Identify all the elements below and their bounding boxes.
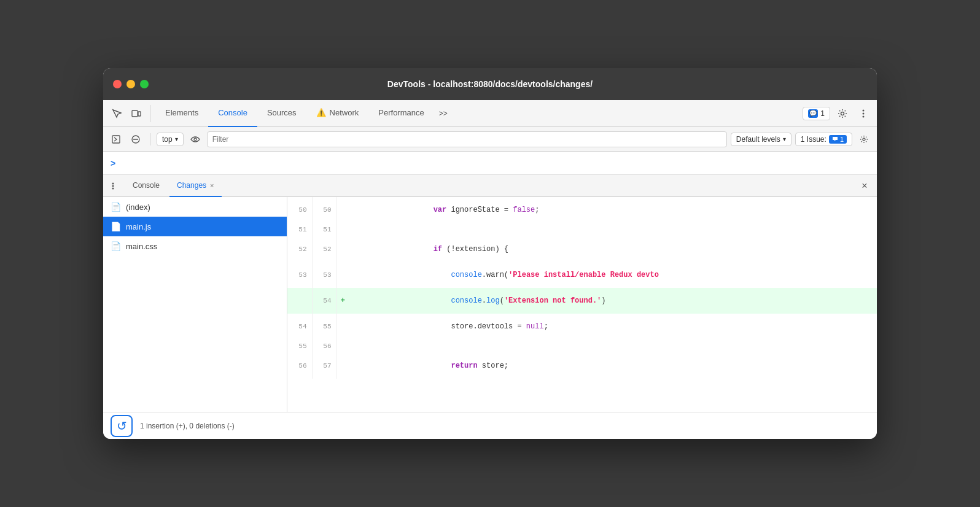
diff-code: var ignoreState = false;: [349, 197, 877, 223]
console-toolbar: top ▾ Default levels ▾ 1 Issue: 1: [103, 127, 877, 152]
drawer-tab-bar: Console Changes × ×: [103, 175, 877, 197]
eye-button[interactable]: [187, 131, 203, 147]
line-num-new: 54: [312, 288, 336, 314]
drawer-tab-console[interactable]: Console: [125, 175, 167, 197]
svg-point-10: [863, 138, 865, 141]
table-row: 50 50 var ignoreState = false;: [287, 197, 877, 223]
console-settings-button[interactable]: [856, 131, 872, 147]
svg-point-9: [194, 138, 196, 141]
diff-table: 50 50 var ignoreState = false; 51 51: [287, 197, 877, 379]
tab-sources[interactable]: Sources: [257, 100, 306, 127]
line-num-old: [287, 288, 312, 314]
svg-point-12: [112, 185, 114, 187]
execute-script-button[interactable]: [108, 131, 124, 147]
file-item-main-js[interactable]: 📄 main.js: [103, 217, 287, 236]
svg-point-4: [863, 112, 865, 114]
console-divider: [150, 133, 150, 145]
svg-point-13: [112, 187, 114, 189]
svg-point-11: [112, 182, 114, 184]
line-num-new: 55: [312, 314, 336, 339]
line-num-old: 52: [287, 236, 312, 262]
inspect-element-button[interactable]: [108, 105, 125, 122]
changes-summary: 1 insertion (+), 0 deletions (-): [140, 422, 235, 430]
table-row: 52 52 if (!extension) {: [287, 236, 877, 262]
table-row: 51 51: [287, 223, 877, 236]
traffic-lights: [113, 80, 149, 88]
diff-marker: [336, 262, 349, 288]
titlebar: DevTools - localhost:8080/docs/devtools/…: [103, 68, 877, 100]
file-item-index[interactable]: 📄 (index): [103, 197, 287, 217]
changes-close-icon[interactable]: ×: [210, 182, 214, 189]
diff-code: [349, 223, 877, 236]
file-icon-index: 📄: [111, 202, 121, 212]
table-row: 54 55 store.devtools = null;: [287, 314, 877, 339]
revert-button[interactable]: ↺: [111, 415, 133, 437]
context-selector[interactable]: top ▾: [157, 133, 184, 146]
svg-rect-0: [132, 110, 138, 117]
svg-point-5: [863, 115, 865, 117]
more-options-button[interactable]: [855, 105, 872, 122]
drawer-tab-changes[interactable]: Changes ×: [169, 175, 221, 197]
file-icon-main-css: 📄: [111, 241, 121, 251]
svg-rect-1: [138, 112, 141, 116]
drawer-close-button[interactable]: ×: [857, 179, 872, 193]
toolbar-divider: [150, 105, 150, 122]
table-row: 55 56: [287, 339, 877, 353]
tab-elements[interactable]: Elements: [155, 100, 208, 127]
line-num-old: 53: [287, 262, 312, 288]
line-num-new: 52: [312, 236, 336, 262]
table-row: 53 53 console.warn('Please install/enabl…: [287, 262, 877, 288]
changes-panel: 📄 (index) 📄 main.js 📄 main.css 50 50: [103, 197, 877, 412]
tab-list: Elements Console Sources ⚠️ Network Perf…: [155, 100, 434, 127]
changes-footer: ↺ 1 insertion (+), 0 deletions (-): [103, 412, 877, 439]
clear-console-button[interactable]: [128, 131, 144, 147]
tab-network[interactable]: ⚠️ Network: [306, 100, 369, 127]
diff-marker: [336, 223, 349, 236]
file-item-main-css[interactable]: 📄 main.css: [103, 236, 287, 256]
toolbar-right: 💬 1: [803, 105, 872, 122]
diff-marker: [336, 339, 349, 353]
more-tabs-button[interactable]: >>: [437, 107, 450, 120]
diff-code: if (!extension) {: [349, 236, 877, 262]
line-num-old: 56: [287, 353, 312, 379]
issue-badge[interactable]: 💬 1: [803, 107, 830, 120]
line-num-new: 50: [312, 197, 336, 223]
tab-performance[interactable]: Performance: [368, 100, 434, 127]
line-num-new: 53: [312, 262, 336, 288]
diff-code: console.log('Extension not found.'): [349, 288, 877, 314]
prompt-chevron[interactable]: >: [111, 158, 115, 168]
diff-marker: [336, 197, 349, 223]
drawer-menu-button[interactable]: [108, 179, 123, 193]
main-toolbar: Elements Console Sources ⚠️ Network Perf…: [103, 100, 877, 127]
devtools-window: DevTools - localhost:8080/docs/devtools/…: [103, 68, 877, 439]
code-diff: 50 50 var ignoreState = false; 51 51: [287, 197, 877, 412]
line-num-old: 54: [287, 314, 312, 339]
close-button[interactable]: [113, 80, 122, 88]
levels-chevron-icon: ▾: [783, 136, 786, 142]
file-list: 📄 (index) 📄 main.js 📄 main.css: [103, 197, 287, 412]
svg-point-2: [841, 112, 844, 115]
diff-code: console.warn('Please install/enable Redu…: [349, 262, 877, 288]
settings-button[interactable]: [834, 105, 851, 122]
line-num-new: 51: [312, 223, 336, 236]
console-issue-count: 1: [829, 135, 847, 144]
line-num-new: 56: [312, 339, 336, 353]
diff-code: [349, 339, 877, 353]
diff-marker-added: +: [336, 288, 349, 314]
line-num-old: 55: [287, 339, 312, 353]
maximize-button[interactable]: [140, 80, 149, 88]
minimize-button[interactable]: [126, 80, 135, 88]
filter-input[interactable]: [207, 131, 727, 147]
line-num-new: 57: [312, 353, 336, 379]
table-row: 54 + console.log('Extension not found.'): [287, 288, 877, 314]
table-row: 56 57 return store;: [287, 353, 877, 379]
levels-dropdown[interactable]: Default levels ▾: [731, 133, 791, 146]
diff-marker: [336, 353, 349, 379]
diff-code: store.devtools = null;: [349, 314, 877, 339]
console-issue-badge[interactable]: 1 Issue: 1: [795, 133, 852, 146]
diff-marker: [336, 314, 349, 339]
device-toggle-button[interactable]: [128, 105, 145, 122]
tab-console[interactable]: Console: [208, 100, 257, 127]
diff-code: return store;: [349, 353, 877, 379]
line-num-old: 51: [287, 223, 312, 236]
